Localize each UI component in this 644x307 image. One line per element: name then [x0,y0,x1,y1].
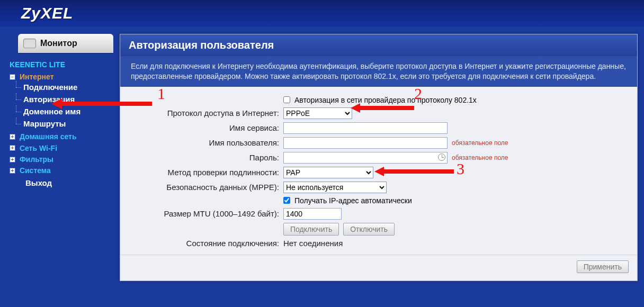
protocol-label: Протокол доступа в Интернет: [130,109,283,118]
required-hint: обязательное поле [452,139,508,147]
expand-icon[interactable]: + [10,134,15,140]
nav-filters-label: Фильтры [20,155,53,164]
panel-description: Если для подключения к Интернету необход… [120,56,637,87]
settings-panel: Авторизация пользователя Если для подклю… [120,34,638,281]
nav-exit[interactable]: Выход [10,177,120,189]
collapse-icon[interactable]: − [10,74,15,80]
auth-method-label: Метод проверки подлинности: [130,168,283,177]
expand-icon[interactable]: + [10,168,15,174]
mtu-label: Размер MTU (1000–1492 байт): [130,209,283,218]
device-title: KEENETIC LITE [0,58,120,71]
subnav-domain[interactable]: Доменное имя [23,105,120,118]
protocol-select[interactable]: PPPoE [283,107,352,119]
nav-internet-label: Интернет [20,73,54,81]
panel-title: Авторизация пользователя [120,34,637,56]
user-label: Имя пользователя: [130,138,283,147]
nav-homenet-label: Домашняя сеть [20,133,77,141]
brand-logo: ZyXEL [21,4,73,22]
chk-autoip-label: Получать IP-адрес автоматически [294,196,412,205]
subnav-authorization[interactable]: Авторизация [23,93,120,105]
mppe-label: Безопасность данных (MPPE): [130,183,283,192]
chk-8021x-label: Авторизация в сети провайдера по протоко… [294,96,477,104]
required-hint: обязательное поле [452,154,508,161]
password-input[interactable] [283,152,448,164]
nav-homenet[interactable]: + Домашняя сеть [10,131,120,142]
connect-button[interactable]: Подключить [283,223,339,236]
nav-system[interactable]: + Система [10,165,120,176]
password-label: Пароль: [130,153,283,162]
top-bar: ZyXEL [0,0,644,26]
nav-wifi-label: Сеть Wi-Fi [20,144,57,152]
disconnect-button[interactable]: Отключить [343,223,395,236]
subnav-connection[interactable]: Подключение [23,81,120,93]
chk-autoip[interactable] [283,197,290,204]
service-label: Имя сервиса: [130,123,283,132]
expand-icon[interactable]: + [10,145,15,151]
expand-icon[interactable]: + [10,157,15,162]
apply-button[interactable]: Применить [577,260,629,273]
username-input[interactable] [283,137,448,149]
monitor-tab[interactable]: Монитор [18,34,113,53]
subnav-routes[interactable]: Маршруты [23,118,120,130]
history-icon [438,154,445,161]
monitor-icon [23,39,36,48]
status-value: Нет соединения [283,239,343,248]
nav-system-label: Система [20,166,51,175]
monitor-label: Монитор [40,39,77,48]
mtu-input[interactable] [283,208,342,220]
chk-8021x[interactable] [283,96,290,103]
auth-method-select[interactable]: PAP [283,167,373,178]
nav-wifi[interactable]: + Сеть Wi-Fi [10,142,120,154]
mppe-select[interactable]: Не используется [283,182,387,193]
service-input[interactable] [283,122,448,134]
nav-filters[interactable]: + Фильтры [10,154,120,165]
status-label: Состояние подключения: [130,239,283,248]
sidebar: Монитор KEENETIC LITE − Интернет Подключ… [0,26,120,307]
nav-internet[interactable]: − Интернет Подключение Авторизация Домен… [10,71,120,131]
